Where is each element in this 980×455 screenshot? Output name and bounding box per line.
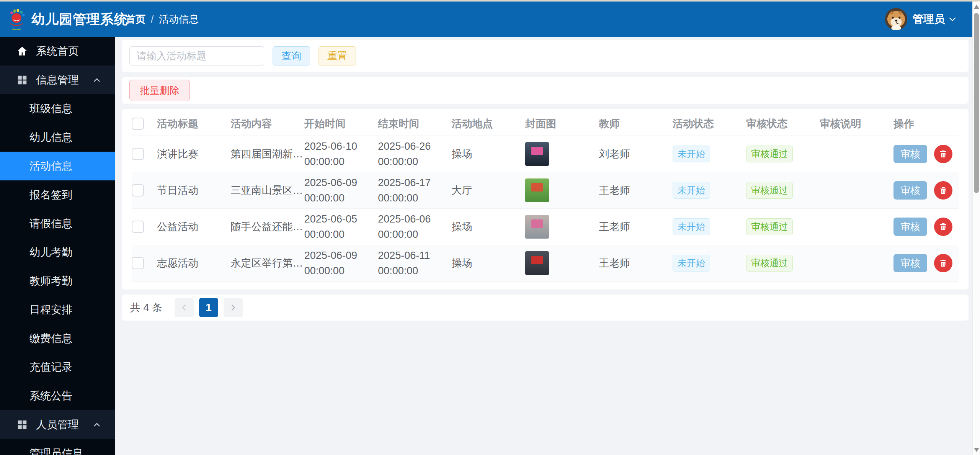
sidebar-item-label: 幼儿信息 (29, 130, 72, 145)
audit-badge: 审核通过 (746, 255, 793, 272)
col-header-ops: 操作 (893, 117, 959, 131)
activity-cover-image (525, 178, 549, 202)
sidebar-item-announcement[interactable]: 系统公告 (0, 381, 115, 410)
sidebar-item-label: 系统首页 (36, 44, 79, 59)
audit-badge: 审核通过 (746, 182, 793, 199)
status-badge: 未开始 (673, 218, 710, 235)
sidebar-item-activity-info[interactable]: 活动信息 (0, 152, 115, 180)
activity-title: 演讲比赛 (157, 147, 230, 161)
delete-button[interactable] (934, 145, 952, 163)
sidebar-item-admin-info[interactable]: 管理员信息 (0, 439, 115, 455)
activity-content: 永定区举行第… (230, 256, 304, 270)
sidebar-item-label: 活动信息 (29, 159, 72, 173)
activity-teacher: 王老师 (599, 256, 672, 270)
col-header-content: 活动内容 (230, 117, 304, 131)
audit-badge: 审核通过 (746, 218, 793, 235)
trash-icon (939, 149, 948, 159)
review-button[interactable]: 审核 (893, 145, 927, 163)
activity-location: 操场 (452, 220, 525, 234)
sidebar-item-child-info[interactable]: 幼儿信息 (0, 123, 115, 152)
row-checkbox[interactable] (132, 184, 144, 196)
audit-badge: 审核通过 (746, 146, 793, 162)
col-header-audit-note: 审核说明 (820, 117, 893, 131)
col-header-audit: 审核状态 (746, 117, 820, 131)
main-content: 查询 重置 批量删除 活动标题 活动内容 开始时间 结束时间 活动地点 封面图 … (115, 37, 972, 455)
chevron-left-icon (180, 303, 188, 312)
col-header-status: 活动状态 (673, 117, 746, 131)
pagination-prev-button[interactable] (175, 298, 194, 317)
sidebar-item-label: 班级信息 (29, 101, 72, 116)
sidebar-group-info[interactable]: 信息管理 (0, 65, 115, 94)
app-logo-icon (5, 8, 28, 30)
scrollbar-thumb[interactable] (974, 13, 979, 193)
col-header-cover: 封面图 (525, 117, 599, 131)
pagination-page-1[interactable]: 1 (199, 298, 218, 317)
sidebar-item-label: 管理员信息 (29, 446, 83, 455)
breadcrumb: 首页 / 活动信息 (126, 13, 199, 26)
search-input[interactable] (129, 46, 264, 65)
delete-button[interactable] (934, 254, 952, 272)
delete-button[interactable] (934, 218, 952, 236)
activity-cover-image (525, 251, 549, 275)
grid-icon (15, 418, 29, 432)
row-checkbox[interactable] (132, 221, 144, 233)
review-button[interactable]: 审核 (893, 218, 927, 236)
activity-title: 志愿活动 (157, 256, 230, 270)
sidebar-group-personnel[interactable]: 人员管理 (0, 410, 115, 439)
sidebar-item-class-info[interactable]: 班级信息 (0, 94, 115, 123)
grid-icon (15, 73, 29, 87)
activity-content: 三亚南山景区… (230, 183, 304, 197)
sidebar-item-signup[interactable]: 报名签到 (0, 180, 115, 209)
breadcrumb-separator: / (151, 13, 154, 25)
activity-table: 活动标题 活动内容 开始时间 结束时间 活动地点 封面图 教师 活动状态 审核状… (122, 109, 969, 290)
query-button[interactable]: 查询 (273, 46, 310, 65)
review-button[interactable]: 审核 (893, 181, 927, 200)
sidebar-group-label: 人员管理 (36, 417, 79, 432)
sidebar-item-label: 报名签到 (29, 188, 72, 202)
start-time: 2025-06-0900:00:00 (304, 175, 378, 206)
delete-button[interactable] (934, 181, 952, 200)
table-header-row: 活动标题 活动内容 开始时间 结束时间 活动地点 封面图 教师 活动状态 审核状… (132, 112, 959, 136)
sidebar-item-home[interactable]: 系统首页 (0, 37, 115, 65)
user-avatar (885, 8, 907, 30)
table-row: 节日活动 三亚南山景区… 2025-06-0900:00:00 2025-06-… (132, 172, 959, 209)
reset-button[interactable]: 重置 (318, 46, 356, 65)
activity-title: 节日活动 (157, 183, 230, 197)
activity-content: 随手公益还能… (230, 220, 304, 234)
home-icon (15, 44, 29, 58)
review-button[interactable]: 审核 (893, 254, 927, 272)
pagination-total: 共 4 条 (130, 301, 162, 314)
col-header-title: 活动标题 (157, 117, 230, 131)
select-all-checkbox[interactable] (132, 118, 144, 130)
sidebar-item-payment[interactable]: 缴费信息 (0, 324, 115, 353)
pagination-next-button[interactable] (224, 298, 243, 317)
chevron-right-icon (229, 303, 237, 312)
sidebar-item-schedule[interactable]: 日程安排 (0, 295, 115, 324)
sidebar-item-recharge[interactable]: 充值记录 (0, 353, 115, 381)
end-time: 2025-06-1700:00:00 (378, 175, 451, 206)
sidebar-item-leave-info[interactable]: 请假信息 (0, 209, 115, 238)
sidebar-item-teacher-attendance[interactable]: 教师考勤 (0, 267, 115, 295)
row-checkbox[interactable] (132, 148, 144, 160)
page-scrollbar[interactable] (972, 2, 980, 455)
sidebar-item-label: 充值记录 (29, 360, 72, 375)
status-badge: 未开始 (673, 255, 710, 272)
scroll-down-arrow-icon[interactable] (974, 448, 979, 452)
scroll-up-arrow-icon[interactable] (974, 5, 979, 9)
row-checkbox[interactable] (132, 257, 144, 269)
breadcrumb-home-link[interactable]: 首页 (126, 13, 145, 26)
logo-area: 幼儿园管理系统 (0, 8, 115, 30)
start-time: 2025-06-1000:00:00 (304, 139, 378, 169)
batch-delete-button[interactable]: 批量删除 (129, 80, 190, 101)
start-time: 2025-06-0900:00:00 (304, 248, 378, 278)
table-row: 公益活动 随手公益还能… 2025-06-0500:00:00 2025-06-… (132, 209, 959, 245)
chevron-up-icon (92, 420, 102, 430)
chevron-down-icon (948, 15, 957, 24)
status-badge: 未开始 (673, 146, 710, 162)
sidebar-item-child-attendance[interactable]: 幼儿考勤 (0, 238, 115, 267)
activity-location: 操场 (452, 256, 525, 270)
user-menu[interactable]: 管理员 (885, 8, 957, 30)
pagination: 共 4 条 1 (122, 295, 969, 321)
sidebar-item-label: 缴费信息 (29, 331, 72, 346)
col-header-location: 活动地点 (452, 117, 525, 131)
